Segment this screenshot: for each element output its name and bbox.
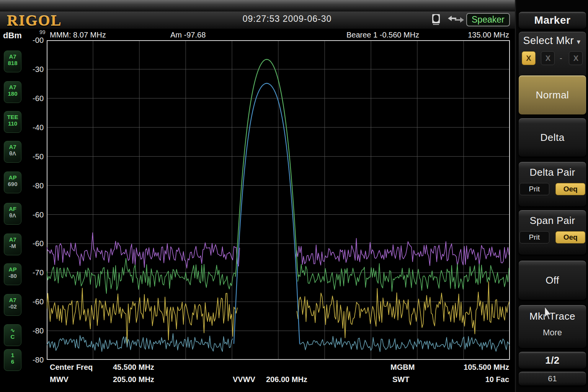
page-softkey[interactable]: 1/2 bbox=[518, 351, 586, 369]
mkr-trace-label: Mkr Trace bbox=[519, 310, 586, 322]
select-mkr-button[interactable]: Select Mkr ▼ bbox=[519, 35, 586, 47]
indicator-value: 180 bbox=[4, 90, 21, 97]
mkr-trace-softkey[interactable]: Mkr Trace More bbox=[518, 305, 586, 348]
trace-indicator-11: 1 6 bbox=[4, 349, 21, 371]
menu-title: Marker bbox=[518, 11, 586, 29]
center-freq-label: Center Freq bbox=[50, 363, 93, 372]
trace-indicator-2: A7 180 bbox=[4, 81, 21, 103]
center-freq-value: 45.500 MHz bbox=[113, 363, 154, 372]
trace-indicator-1: A7 818 bbox=[4, 51, 21, 72]
indicator-glyph: A7 bbox=[4, 297, 21, 303]
select-mkr-panel: Select Mkr ▼ X X - X bbox=[518, 31, 586, 78]
indicator-glyph: 1 bbox=[4, 352, 21, 358]
marker4-select-button[interactable]: X bbox=[569, 51, 583, 65]
delta-pair-ref-button[interactable]: Prit bbox=[519, 183, 549, 195]
page-label: 1/2 bbox=[519, 352, 586, 369]
axis-top-overlay: 99 bbox=[39, 29, 46, 35]
trace-indicator-5: AP 690 bbox=[4, 172, 21, 193]
indicator-value: 690 bbox=[4, 181, 21, 187]
indicator-glyph: TEE bbox=[4, 114, 21, 120]
indicator-glyph: A7 bbox=[4, 84, 21, 90]
delta-pair-softkey[interactable]: Delta Pair Prit Oeq bbox=[518, 162, 586, 207]
attenuation-readout: Am -97.68 bbox=[170, 31, 206, 39]
y-axis-label: -00 bbox=[24, 36, 44, 45]
span-readout: 135.00 MHz bbox=[436, 31, 509, 39]
menu-title-label: Marker bbox=[534, 14, 571, 26]
rbw-readout: MMM: 8.07 MHz bbox=[50, 31, 106, 39]
y-axis-label: -60 bbox=[24, 211, 44, 219]
trace-indicator-4: A7 θΛ bbox=[4, 141, 21, 163]
marker1-select-button[interactable]: X bbox=[522, 51, 536, 65]
indicator-value: C bbox=[4, 333, 21, 340]
indicator-glyph: A7 bbox=[4, 144, 21, 150]
rbw-value: 205.00 MHz bbox=[113, 375, 154, 384]
mouse-cursor-icon bbox=[542, 306, 551, 321]
y-axis-label: -80 bbox=[24, 356, 44, 364]
trace-indicator-7: A7 -M bbox=[4, 234, 21, 255]
datetime-display: 09:27:53 2009-06-30 bbox=[214, 14, 360, 24]
indicator-value: -80 bbox=[4, 273, 21, 279]
softkey-menu: Marker Select Mkr ▼ X X - X Normal Delta… bbox=[515, 0, 588, 392]
y-axis-label: -80 bbox=[24, 181, 44, 190]
indicator-glyph: A7 bbox=[4, 236, 21, 243]
indicator-value: -M bbox=[4, 243, 21, 249]
waveform-icon: ∿ bbox=[4, 327, 21, 333]
y-axis-label: -60 bbox=[24, 94, 44, 103]
y-axis-label: -50 bbox=[24, 152, 44, 161]
y-axis-label: -40 bbox=[24, 123, 44, 132]
off-label: Off bbox=[519, 261, 586, 300]
transfer-arrows-icon bbox=[447, 15, 465, 24]
marker2-select-button[interactable]: X bbox=[541, 51, 555, 65]
sweep-time-value: 10 Fac bbox=[452, 375, 509, 384]
normal-label: Normal bbox=[519, 75, 586, 114]
indicator-value: 6 bbox=[4, 358, 21, 365]
trace-indicator-6: AF θΛ bbox=[4, 203, 21, 225]
delta-label: Delta bbox=[519, 118, 586, 157]
select-mkr-label: Select Mkr bbox=[523, 35, 574, 46]
indicator-value: θΛ bbox=[4, 212, 21, 219]
more-label: More bbox=[519, 328, 586, 338]
delta-pair-delta-button[interactable]: Oeq bbox=[555, 183, 585, 195]
page-number-softkey[interactable]: 61 bbox=[518, 371, 586, 386]
marker-separator: - bbox=[560, 54, 565, 63]
trace-indicator-8: AP -80 bbox=[4, 263, 21, 285]
indicator-glyph: AF bbox=[4, 206, 21, 212]
indicator-value: θΛ bbox=[4, 150, 21, 157]
marker-readout: Bearee 1 -0.560 MHz bbox=[346, 31, 419, 39]
usb-device-icon bbox=[432, 14, 440, 25]
indicator-value: 818 bbox=[4, 60, 21, 66]
y-axis-label: -80 bbox=[24, 327, 44, 335]
y-axis-label: -70 bbox=[24, 268, 44, 277]
speaker-status-badge: Speaker bbox=[466, 13, 510, 26]
span-pair-softkey[interactable]: Span Pair Prit Oeq bbox=[518, 210, 586, 255]
delta-softkey[interactable]: Delta bbox=[518, 118, 586, 157]
indicator-glyph: A7 bbox=[4, 53, 21, 60]
off-softkey[interactable]: Off bbox=[518, 260, 586, 300]
indicator-glyph: AP bbox=[4, 266, 21, 273]
span-pair-center-button[interactable]: Oeq bbox=[555, 231, 585, 243]
analyzer-screen: RIGOL 09:27:53 2009-06-30 Speaker dBm A7… bbox=[0, 0, 588, 392]
indicator-value: 110 bbox=[4, 120, 21, 127]
y-axis-label: -60 bbox=[24, 297, 44, 306]
bezel-top-strip bbox=[0, 0, 588, 12]
vbw-label: VVWV bbox=[233, 375, 255, 384]
page-number-label: 61 bbox=[519, 372, 586, 385]
amplitude-unit-label: dBm bbox=[3, 31, 22, 41]
trace-indicator-10: ∿ C bbox=[4, 324, 21, 346]
span-pair-span-button[interactable]: Prit bbox=[519, 231, 549, 243]
span-pair-label: Span Pair bbox=[519, 215, 586, 227]
normal-softkey[interactable]: Normal bbox=[518, 75, 586, 115]
trace-indicator-3: TEE 110 bbox=[4, 111, 21, 133]
chevron-down-icon: ▼ bbox=[576, 39, 582, 45]
indicator-glyph: AP bbox=[4, 174, 21, 181]
rbw-label: MWV bbox=[50, 375, 69, 384]
rigol-logo: RIGOL bbox=[7, 11, 62, 29]
indicator-value: -02 bbox=[4, 303, 21, 310]
span-value: 105.500 MHz bbox=[436, 363, 509, 372]
span-label: MGBM bbox=[390, 363, 415, 372]
spectrum-plot bbox=[47, 40, 510, 360]
trace-indicator-9: A7 -02 bbox=[4, 294, 21, 316]
sweep-time-label: SWT bbox=[392, 375, 409, 384]
y-axis-label: -30 bbox=[24, 65, 44, 74]
vbw-value: 206.00 MHz bbox=[266, 375, 307, 384]
